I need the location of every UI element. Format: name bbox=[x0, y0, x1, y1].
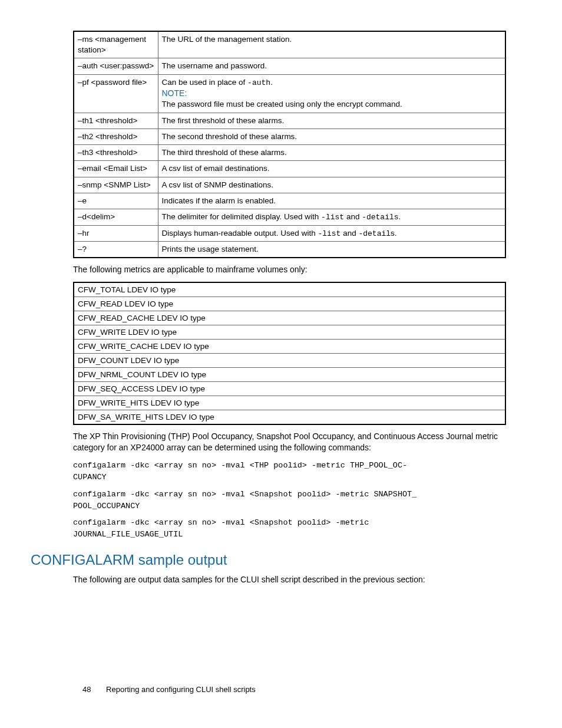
description-cell: The third threshold of these alarms. bbox=[158, 145, 505, 161]
note-label: NOTE: bbox=[162, 88, 187, 98]
table-row: DFW_SEQ_ACCESS LDEV IO type bbox=[74, 381, 505, 396]
page-footer: 48 Reporting and configuring CLUI shell … bbox=[82, 685, 256, 694]
description-cell: The first threshold of these alarms. bbox=[158, 113, 505, 129]
option-cell: –hr bbox=[74, 225, 158, 242]
table-row: CFW_WRITE LDEV IO type bbox=[74, 325, 505, 339]
table-row: DFW_NRML_COUNT LDEV IO type bbox=[74, 367, 505, 381]
description-cell: Prints the usage statement. bbox=[158, 242, 505, 258]
table-row: CFW_WRITE_CACHE LDEV IO type bbox=[74, 339, 505, 353]
table-row: CFW_TOTAL LDEV IO type bbox=[74, 282, 505, 297]
metric-cell: CFW_WRITE LDEV IO type bbox=[74, 325, 505, 339]
table-row: DFW_SA_WRITE_HITS LDEV IO type bbox=[74, 410, 505, 424]
table-row: –pf <password file>Can be used in place … bbox=[74, 74, 505, 113]
metric-cell: CFW_READ_CACHE LDEV IO type bbox=[74, 311, 505, 325]
table-row: –th2 <threshold>The second threshold of … bbox=[74, 129, 505, 144]
option-cell: –ms <management station> bbox=[74, 31, 158, 58]
table-row: –snmp <SNMP List>A csv list of SNMP dest… bbox=[74, 177, 505, 193]
option-cell: –email <Email List> bbox=[74, 161, 158, 177]
description-cell: The second threshold of these alarms. bbox=[158, 129, 505, 144]
table-row: –hrDisplays human-readable output. Used … bbox=[74, 225, 505, 242]
thp-paragraph: The XP Thin Provisioning (THP) Pool Occu… bbox=[73, 431, 506, 454]
option-cell: –th3 <threshold> bbox=[74, 145, 158, 161]
table-row: DFW_WRITE_HITS LDEV IO type bbox=[74, 396, 505, 410]
sample-output-paragraph: The following are output data samples fo… bbox=[73, 574, 506, 586]
footer-title: Reporting and configuring CLUI shell scr… bbox=[106, 685, 256, 694]
mono-text: -detail bbox=[358, 229, 391, 238]
code-example-3: configalarm -dkc <array sn no> -mval <Sn… bbox=[73, 517, 506, 541]
table-row: DFW_COUNT LDEV IO type bbox=[74, 353, 505, 367]
mono-text: -auth bbox=[247, 78, 270, 87]
section-heading-configalarm-sample: CONFIGALARM sample output bbox=[31, 552, 506, 568]
option-cell: –pf <password file> bbox=[74, 74, 158, 113]
option-cell: –d<delim> bbox=[74, 209, 158, 225]
table-row: –eIndicates if the alarm is enabled. bbox=[74, 193, 505, 209]
description-cell: The URL of the management station. bbox=[158, 31, 505, 58]
code-example-1: configalarm -dkc <array sn no> -mval <TH… bbox=[73, 460, 506, 484]
metrics-table: CFW_TOTAL LDEV IO typeCFW_READ LDEV IO t… bbox=[73, 282, 506, 425]
metric-cell: DFW_SA_WRITE_HITS LDEV IO type bbox=[74, 410, 505, 424]
description-cell: The username and password. bbox=[158, 58, 505, 74]
table-row: –d<delim>The delimiter for delimited dis… bbox=[74, 209, 505, 225]
option-cell: –e bbox=[74, 193, 158, 209]
option-cell: –auth <user:passwd> bbox=[74, 58, 158, 74]
option-cell: –th2 <threshold> bbox=[74, 129, 158, 144]
table-row: –ms <management station>The URL of the m… bbox=[74, 31, 505, 58]
mono-text: -list bbox=[318, 229, 340, 238]
options-table: –ms <management station>The URL of the m… bbox=[73, 31, 506, 258]
description-cell: Indicates if the alarm is enabled. bbox=[158, 193, 505, 209]
mono-text: -details bbox=[362, 213, 398, 222]
metric-cell: DFW_NRML_COUNT LDEV IO type bbox=[74, 367, 505, 381]
description-cell: Can be used in place of -auth.NOTE:The p… bbox=[158, 74, 505, 113]
description-cell: A csv list of SNMP destinations. bbox=[158, 177, 505, 193]
page-number: 48 bbox=[82, 685, 91, 694]
table-row: –auth <user:passwd>The username and pass… bbox=[74, 58, 505, 74]
option-cell: –th1 <threshold> bbox=[74, 113, 158, 129]
metric-cell: CFW_WRITE_CACHE LDEV IO type bbox=[74, 339, 505, 353]
table-row: –th1 <threshold>The first threshold of t… bbox=[74, 113, 505, 129]
metric-cell: DFW_WRITE_HITS LDEV IO type bbox=[74, 396, 505, 410]
description-cell: A csv list of email destinations. bbox=[158, 161, 505, 177]
metric-cell: CFW_READ LDEV IO type bbox=[74, 297, 505, 311]
metric-cell: CFW_TOTAL LDEV IO type bbox=[74, 282, 505, 297]
description-cell: Displays human-readable output. Used wit… bbox=[158, 225, 505, 242]
metrics-intro-paragraph: The following metrics are applicable to … bbox=[73, 264, 506, 276]
metric-cell: DFW_SEQ_ACCESS LDEV IO type bbox=[74, 381, 505, 396]
table-row: –th3 <threshold>The third threshold of t… bbox=[74, 145, 505, 161]
code-example-2: configalarm -dkc <array sn no> -mval <Sn… bbox=[73, 489, 506, 513]
option-cell: –snmp <SNMP List> bbox=[74, 177, 158, 193]
metric-cell: DFW_COUNT LDEV IO type bbox=[74, 353, 505, 367]
description-cell: The delimiter for delimited display. Use… bbox=[158, 209, 505, 225]
table-row: –email <Email List>A csv list of email d… bbox=[74, 161, 505, 177]
table-row: CFW_READ_CACHE LDEV IO type bbox=[74, 311, 505, 325]
table-row: CFW_READ LDEV IO type bbox=[74, 297, 505, 311]
option-cell: –? bbox=[74, 242, 158, 258]
table-row: –?Prints the usage statement. bbox=[74, 242, 505, 258]
mono-text: -list bbox=[321, 213, 344, 222]
